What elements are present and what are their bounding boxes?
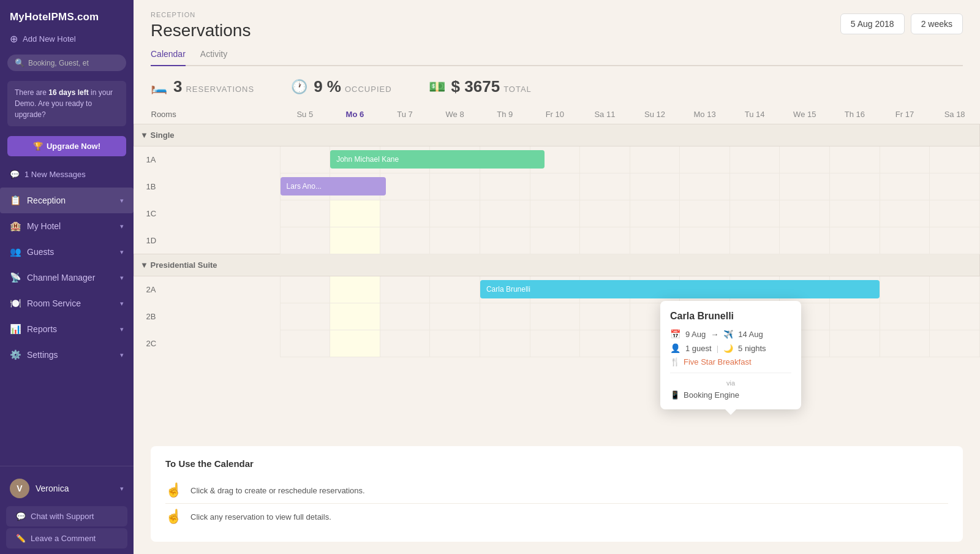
cell-1d-mo6[interactable] <box>330 227 380 254</box>
sidebar-item-my-hotel[interactable]: 🏨 My Hotel ▾ <box>0 213 134 239</box>
cell-2c-we8[interactable] <box>430 330 480 357</box>
cell-1b-fr10[interactable] <box>530 173 580 200</box>
cell-1c-tu7[interactable] <box>380 200 430 227</box>
cell-1a-we15[interactable] <box>780 146 830 173</box>
search-bar[interactable]: 🔍 <box>7 55 126 71</box>
cell-2a-fr17[interactable] <box>880 276 930 303</box>
cell-1d-th16[interactable] <box>830 227 880 254</box>
cell-1a-tu14[interactable] <box>729 146 780 173</box>
cell-2b-we8[interactable] <box>430 303 480 330</box>
cell-2b-fr17[interactable] <box>880 303 930 330</box>
cell-1b-mo13[interactable] <box>680 173 730 200</box>
cell-1b-sa11[interactable] <box>580 173 630 200</box>
cell-2b-mo6[interactable] <box>330 303 380 330</box>
cell-1b-tu14[interactable] <box>729 173 780 200</box>
messages-badge[interactable]: 💬 1 New Messages <box>0 165 134 188</box>
cell-1c-tu14[interactable] <box>729 200 780 227</box>
cell-1b-sa18[interactable] <box>930 173 980 200</box>
sidebar-item-guests[interactable]: 👥 Guests ▾ <box>0 239 134 265</box>
cell-2c-mo6[interactable] <box>330 330 380 357</box>
sidebar-item-reports[interactable]: 📊 Reports ▾ <box>0 316 134 342</box>
cell-2a-tu7[interactable] <box>380 276 430 303</box>
cell-1b-tu7[interactable] <box>380 173 430 200</box>
cell-2a-sa18[interactable] <box>930 276 980 303</box>
cell-2b-sa18[interactable] <box>930 303 980 330</box>
cell-1a-fr17[interactable] <box>880 146 930 173</box>
reservation-carla-brunelli[interactable]: Carla Brunelli <box>480 280 880 298</box>
cell-1d-fr17[interactable] <box>880 227 930 254</box>
cell-1d-tu14[interactable] <box>729 227 780 254</box>
cell-1a-mo13[interactable] <box>680 146 730 173</box>
sidebar-item-channel-manager[interactable]: 📡 Channel Manager ▾ <box>0 265 134 290</box>
cell-1b-th9[interactable] <box>480 173 530 200</box>
cell-1c-th16[interactable] <box>830 200 880 227</box>
cell-1b-we15[interactable] <box>780 173 830 200</box>
cell-1c-sa11[interactable] <box>580 200 630 227</box>
cell-1d-tu7[interactable] <box>380 227 430 254</box>
cell-2c-sa11[interactable] <box>580 330 630 357</box>
cell-1a-mo6[interactable]: John Michael Kane <box>330 146 380 173</box>
cell-1a-su5[interactable] <box>280 146 330 173</box>
cell-1c-fr17[interactable] <box>880 200 930 227</box>
cell-1d-we15[interactable] <box>780 227 830 254</box>
cell-2b-su5[interactable] <box>280 303 330 330</box>
cell-1d-sa11[interactable] <box>580 227 630 254</box>
add-hotel-button[interactable]: ⊕ Add New Hotel <box>0 29 134 52</box>
cell-1b-su5[interactable]: Lars Ano... <box>280 173 330 200</box>
cell-2c-tu7[interactable] <box>380 330 430 357</box>
cell-1d-su12[interactable] <box>630 227 680 254</box>
sidebar-item-room-service[interactable]: 🍽️ Room Service ▾ <box>0 290 134 316</box>
cell-2b-tu7[interactable] <box>380 303 430 330</box>
cell-2b-sa11[interactable] <box>580 303 630 330</box>
cell-1b-su12[interactable] <box>630 173 680 200</box>
cell-1d-sa18[interactable] <box>930 227 980 254</box>
cell-1d-su5[interactable] <box>280 227 330 254</box>
cell-2a-su5[interactable] <box>280 276 330 303</box>
cell-1b-we8[interactable] <box>430 173 480 200</box>
leave-comment-button[interactable]: ✏️ Leave a Comment <box>6 528 127 548</box>
cell-1b-th16[interactable] <box>830 173 880 200</box>
weeks-selector[interactable]: 2 weeks <box>911 13 963 34</box>
cell-2b-th9[interactable] <box>480 303 530 330</box>
cell-1c-fr10[interactable] <box>530 200 580 227</box>
tab-calendar[interactable]: Calendar <box>151 49 186 66</box>
cell-1c-mo6[interactable] <box>330 200 380 227</box>
cell-2c-su5[interactable] <box>280 330 330 357</box>
cell-2c-th16[interactable] <box>830 330 880 357</box>
cell-2a-th9[interactable]: Carla Brunelli <box>480 276 530 303</box>
date-picker[interactable]: 5 Aug 2018 <box>840 13 905 34</box>
user-profile[interactable]: V Veronica ▾ <box>0 472 134 504</box>
sidebar-item-reception[interactable]: 📋 Reception ▾ <box>0 188 134 213</box>
cell-2a-mo6[interactable] <box>330 276 380 303</box>
cell-1d-we8[interactable] <box>430 227 480 254</box>
cell-1c-we15[interactable] <box>780 200 830 227</box>
cell-1c-we8[interactable] <box>430 200 480 227</box>
cell-1d-mo13[interactable] <box>680 227 730 254</box>
cell-1c-su5[interactable] <box>280 200 330 227</box>
chat-support-button[interactable]: 💬 Chat with Support <box>6 506 127 526</box>
cell-1a-su12[interactable] <box>630 146 680 173</box>
search-input[interactable] <box>28 59 119 67</box>
cell-1c-su12[interactable] <box>630 200 680 227</box>
cell-1d-fr10[interactable] <box>530 227 580 254</box>
cell-2c-th9[interactable] <box>480 330 530 357</box>
cell-2b-fr10[interactable] <box>530 303 580 330</box>
cell-1a-sa18[interactable] <box>930 146 980 173</box>
cell-1c-th9[interactable] <box>480 200 530 227</box>
tab-activity[interactable]: Activity <box>200 49 227 66</box>
cell-2c-fr17[interactable] <box>880 330 930 357</box>
reservation-lars[interactable]: Lars Ano... <box>281 177 386 195</box>
cell-1a-sa11[interactable] <box>580 146 630 173</box>
cell-2a-we8[interactable] <box>430 276 480 303</box>
sidebar-item-settings[interactable]: ⚙️ Settings ▾ <box>0 342 134 368</box>
cell-1b-fr17[interactable] <box>880 173 930 200</box>
cell-1c-mo13[interactable] <box>680 200 730 227</box>
reservation-john-michael-kane[interactable]: John Michael Kane <box>330 150 545 169</box>
cell-1c-sa18[interactable] <box>930 200 980 227</box>
cell-2c-fr10[interactable] <box>530 330 580 357</box>
cell-1a-th16[interactable] <box>830 146 880 173</box>
upgrade-button[interactable]: 🏆 Upgrade Now! <box>7 136 126 156</box>
cell-2b-th16[interactable] <box>830 303 880 330</box>
cell-2c-sa18[interactable] <box>930 330 980 357</box>
cell-1d-th9[interactable] <box>480 227 530 254</box>
